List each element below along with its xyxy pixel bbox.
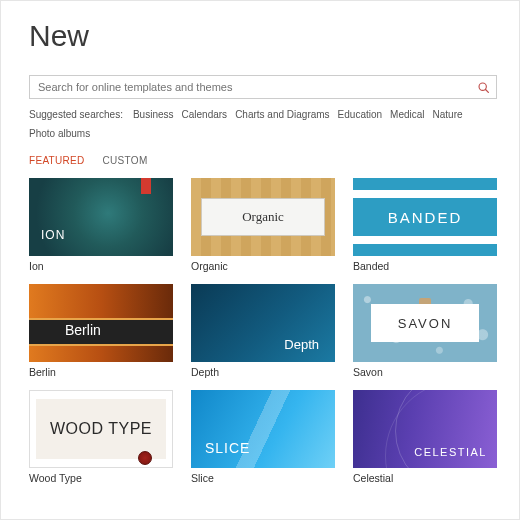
seal-icon xyxy=(138,451,152,465)
template-caption: Savon xyxy=(353,366,497,378)
suggested-searches: Suggested searches: Business Calendars C… xyxy=(29,109,497,139)
template-thumb: WOOD TYPE xyxy=(29,390,173,468)
template-caption: Wood Type xyxy=(29,472,173,484)
template-thumb: ION xyxy=(29,178,173,256)
tab-featured[interactable]: FEATURED xyxy=(29,155,85,166)
template-ion[interactable]: ION Ion xyxy=(29,178,173,272)
template-display: SLICE xyxy=(205,440,250,456)
template-display: Depth xyxy=(284,337,319,352)
template-banded[interactable]: BANDED Banded xyxy=(353,178,497,272)
search-input[interactable] xyxy=(38,81,476,93)
template-berlin[interactable]: Berlin Berlin xyxy=(29,284,173,378)
template-thumb: CELESTIAL xyxy=(353,390,497,468)
search-box[interactable] xyxy=(29,75,497,99)
template-thumb: BANDED xyxy=(353,178,497,256)
template-display: BANDED xyxy=(353,198,497,236)
suggested-link-charts[interactable]: Charts and Diagrams xyxy=(235,109,329,120)
search-icon[interactable] xyxy=(476,80,490,94)
template-thumb: SLICE xyxy=(191,390,335,468)
suggested-link-photoalbums[interactable]: Photo albums xyxy=(29,128,90,139)
template-woodtype[interactable]: WOOD TYPE Wood Type xyxy=(29,390,173,484)
template-grid: ION Ion Organic Organic BANDED Banded Be… xyxy=(29,178,497,484)
template-organic[interactable]: Organic Organic xyxy=(191,178,335,272)
suggested-link-business[interactable]: Business xyxy=(133,109,174,120)
template-caption: Slice xyxy=(191,472,335,484)
template-savon[interactable]: SAVON Savon xyxy=(353,284,497,378)
template-display: Berlin xyxy=(65,322,101,338)
template-display: SAVON xyxy=(371,304,479,342)
page-title: New xyxy=(29,19,497,53)
tab-custom[interactable]: CUSTOM xyxy=(103,155,148,166)
suggested-link-education[interactable]: Education xyxy=(338,109,382,120)
template-thumb: Berlin xyxy=(29,284,173,362)
suggested-link-nature[interactable]: Nature xyxy=(433,109,463,120)
tabs: FEATURED CUSTOM xyxy=(29,155,497,166)
template-thumb: Organic xyxy=(191,178,335,256)
template-display: Organic xyxy=(201,198,325,236)
template-display: ION xyxy=(41,228,65,242)
template-celestial[interactable]: CELESTIAL Celestial xyxy=(353,390,497,484)
suggested-link-calendars[interactable]: Calendars xyxy=(182,109,228,120)
template-caption: Banded xyxy=(353,260,497,272)
svg-line-1 xyxy=(485,89,488,92)
template-thumb: SAVON xyxy=(353,284,497,362)
suggested-link-medical[interactable]: Medical xyxy=(390,109,424,120)
template-depth[interactable]: Depth Depth xyxy=(191,284,335,378)
template-caption: Organic xyxy=(191,260,335,272)
template-caption: Ion xyxy=(29,260,173,272)
template-slice[interactable]: SLICE Slice xyxy=(191,390,335,484)
template-display: WOOD TYPE xyxy=(50,420,152,438)
suggested-label: Suggested searches: xyxy=(29,109,123,120)
template-caption: Celestial xyxy=(353,472,497,484)
template-caption: Berlin xyxy=(29,366,173,378)
template-thumb: Depth xyxy=(191,284,335,362)
template-caption: Depth xyxy=(191,366,335,378)
template-display: CELESTIAL xyxy=(414,446,487,458)
